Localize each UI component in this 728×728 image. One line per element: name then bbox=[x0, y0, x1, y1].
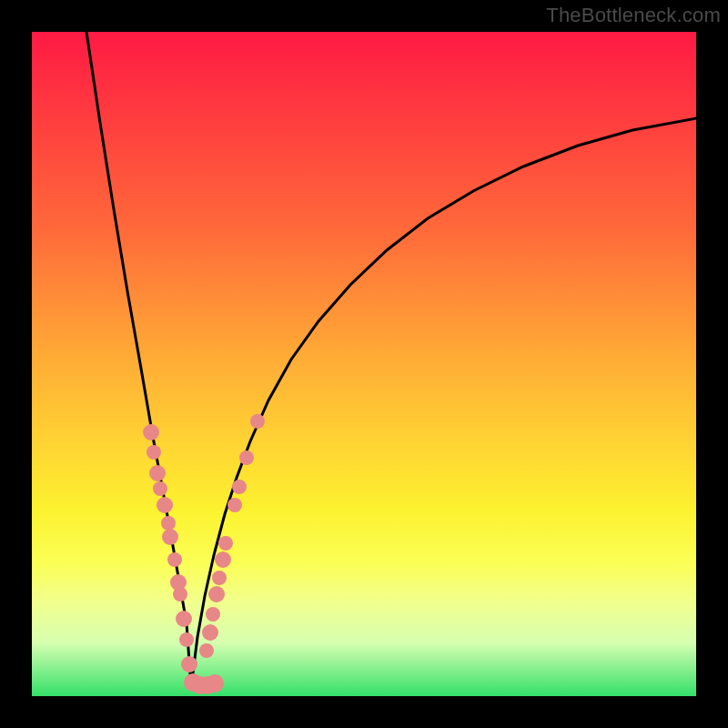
data-point bbox=[199, 643, 214, 658]
data-point bbox=[228, 498, 242, 512]
data-point bbox=[202, 624, 218, 641]
data-markers bbox=[143, 414, 265, 694]
chart-frame: TheBottleneck.com bbox=[0, 0, 728, 728]
data-point bbox=[157, 497, 173, 513]
data-point bbox=[232, 480, 247, 494]
data-point bbox=[181, 656, 197, 672]
data-point bbox=[239, 450, 254, 465]
data-point bbox=[250, 414, 265, 429]
watermark-text: TheBottleneck.com bbox=[546, 4, 721, 27]
data-point bbox=[161, 516, 176, 531]
data-point bbox=[206, 674, 224, 693]
data-point bbox=[179, 632, 194, 647]
data-point bbox=[215, 551, 231, 568]
data-point bbox=[173, 587, 187, 602]
data-point bbox=[208, 586, 225, 602]
chart-svg bbox=[32, 32, 696, 696]
data-point bbox=[143, 424, 159, 440]
data-point bbox=[149, 465, 166, 481]
plot-area bbox=[32, 32, 696, 696]
data-point bbox=[212, 571, 227, 585]
data-point bbox=[162, 529, 178, 545]
data-point bbox=[206, 607, 220, 622]
data-point bbox=[167, 552, 182, 567]
data-point bbox=[176, 611, 192, 627]
data-point bbox=[218, 536, 233, 551]
data-point bbox=[147, 445, 161, 460]
data-point bbox=[153, 481, 167, 496]
